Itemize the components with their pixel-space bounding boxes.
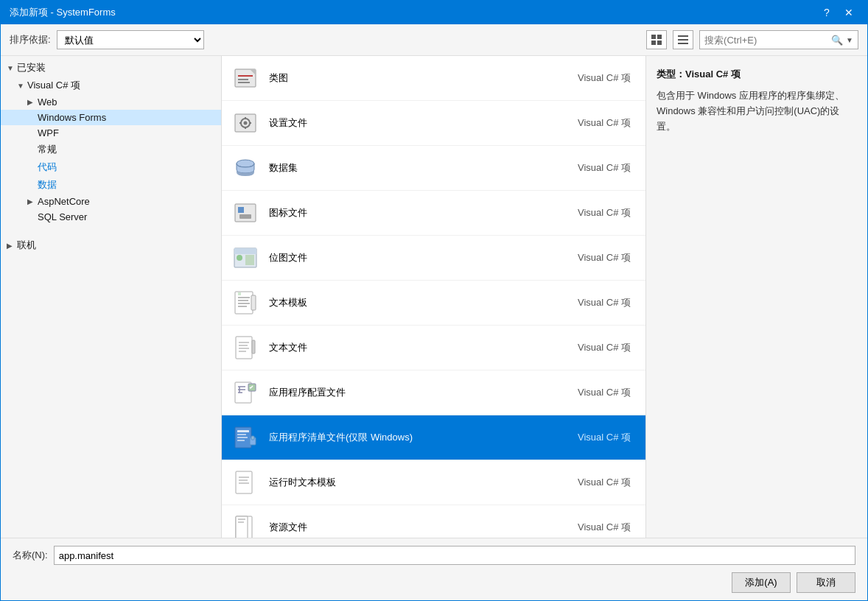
class-diagram-icon <box>231 63 260 93</box>
aspnetcore-arrow: ▶ <box>27 197 38 205</box>
sidebar-item-general[interactable]: 常规 <box>1 141 221 158</box>
sidebar-item-installed[interactable]: ▼ 已安装 <box>1 59 221 77</box>
svg-point-25 <box>237 255 242 261</box>
file-item-text-template[interactable]: 文本模板 Visual C# 项 <box>222 281 645 326</box>
svg-rect-55 <box>238 519 245 520</box>
svg-rect-11 <box>238 82 250 83</box>
svg-rect-6 <box>678 43 688 44</box>
sidebar-item-windows-forms[interactable]: Windows Forms <box>1 110 221 125</box>
file-category-text-file: Visual C# 项 <box>570 341 637 354</box>
list-icon <box>677 34 689 46</box>
svg-rect-39 <box>252 340 255 354</box>
toolbar: 排序依据: 默认值 <box>1 24 867 56</box>
file-category-settings: Visual C# 项 <box>570 116 637 130</box>
file-name-text-file: 文本文件 <box>269 341 561 354</box>
sort-label: 排序依据: <box>10 33 51 46</box>
view-list-button[interactable] <box>673 30 693 49</box>
sort-select[interactable]: 默认值 <box>57 30 204 49</box>
code-label: 代码 <box>38 161 215 174</box>
svg-rect-5 <box>678 39 688 41</box>
app-manifest-icon <box>231 423 260 452</box>
sidebar-item-aspnetcore[interactable]: ▶ AspNetCore <box>1 194 221 209</box>
sidebar-item-code[interactable]: 代码 <box>1 158 221 176</box>
visual-csharp-label: Visual C# 项 <box>27 79 215 92</box>
file-item-icon[interactable]: 图标文件 Visual C# 项 <box>222 191 645 236</box>
svg-rect-50 <box>239 477 249 478</box>
svg-rect-30 <box>238 300 248 301</box>
file-list: 类图 Visual C# 项 <box>222 56 646 538</box>
info-type: 类型：Visual C# 项 <box>657 68 857 81</box>
view-grid-button[interactable] <box>646 30 667 49</box>
svg-rect-22 <box>239 214 251 219</box>
svg-rect-28 <box>238 292 241 295</box>
sidebar-item-web[interactable]: ▶ Web <box>1 94 221 110</box>
cancel-button[interactable]: 取消 <box>797 572 855 593</box>
svg-rect-21 <box>238 207 244 213</box>
search-icon: 🔍 <box>831 35 843 46</box>
dialog-container: 添加新项 - SystemForms ? ✕ 排序依据: 默认值 <box>0 0 868 601</box>
help-button[interactable]: ? <box>817 5 836 20</box>
file-item-settings[interactable]: 设置文件 Visual C# 项 <box>222 101 645 146</box>
svg-point-14 <box>244 122 248 125</box>
button-row: 添加(A) 取消 <box>13 572 855 593</box>
svg-rect-2 <box>651 41 656 45</box>
file-category-class: Visual C# 项 <box>570 71 637 85</box>
data-arrow <box>27 181 38 189</box>
svg-rect-31 <box>238 303 250 304</box>
title-bar: 添加新项 - SystemForms ? ✕ <box>1 1 867 24</box>
file-category-bitmap: Visual C# 项 <box>570 251 637 264</box>
file-category-text-template: Visual C# 项 <box>570 296 637 309</box>
search-input[interactable] <box>704 35 828 46</box>
dialog-title: 添加新项 - SystemForms <box>10 6 116 19</box>
file-name-bitmap: 位图文件 <box>269 251 561 264</box>
svg-rect-29 <box>238 297 250 298</box>
file-name-class: 类图 <box>269 71 561 85</box>
file-name-settings: 设置文件 <box>269 116 561 130</box>
sidebar-item-online[interactable]: ▶ 联机 <box>1 236 221 254</box>
aspnetcore-label: AspNetCore <box>38 196 215 207</box>
svg-rect-48 <box>251 436 254 440</box>
file-item-bitmap[interactable]: 位图文件 Visual C# 项 <box>222 236 645 281</box>
file-name-app-config: 应用程序配置文件 <box>269 386 561 399</box>
svg-rect-45 <box>237 437 248 438</box>
dialog-body: 排序依据: 默认值 <box>1 24 867 600</box>
file-name-icon: 图标文件 <box>269 206 561 219</box>
file-item-dataset[interactable]: 数据集 Visual C# 项 <box>222 146 645 191</box>
dataset-icon <box>231 153 260 183</box>
file-item-resource[interactable]: 资源文件 Visual C# 项 <box>222 505 645 538</box>
file-item-app-manifest[interactable]: 应用程序清单文件(仅限 Windows) Visual C# 项 <box>222 415 645 460</box>
file-category-icon: Visual C# 项 <box>570 206 637 219</box>
file-item-runtime-text[interactable]: 运行时文本模板 Visual C# 项 <box>222 460 645 505</box>
svg-rect-24 <box>234 248 256 254</box>
svg-rect-1 <box>657 35 662 39</box>
search-box[interactable]: 🔍 ▼ <box>699 30 858 49</box>
close-button[interactable]: ✕ <box>839 5 858 20</box>
icon-file-icon <box>231 198 260 228</box>
title-controls: ? ✕ <box>817 5 858 20</box>
windows-forms-label: Windows Forms <box>38 112 215 123</box>
file-item-app-config[interactable]: 应用程序配置文件 Visual C# 项 <box>222 370 645 415</box>
file-name-app-manifest: 应用程序清单文件(仅限 Windows) <box>269 431 561 444</box>
sidebar-item-data[interactable]: 数据 <box>1 176 221 194</box>
svg-rect-37 <box>239 348 249 349</box>
file-item-text-file[interactable]: 文本文件 Visual C# 项 <box>222 326 645 370</box>
file-item-class[interactable]: 类图 Visual C# 项 <box>222 56 645 101</box>
sidebar-item-visual-csharp[interactable]: ▼ Visual C# 项 <box>1 77 221 94</box>
svg-rect-18 <box>249 122 251 124</box>
file-category-resource: Visual C# 项 <box>570 521 637 534</box>
text-template-icon <box>231 288 260 317</box>
general-label: 常规 <box>38 143 215 156</box>
name-input[interactable] <box>54 546 855 565</box>
bottom-bar: 名称(N): 添加(A) 取消 <box>1 538 867 600</box>
file-name-dataset: 数据集 <box>269 161 561 175</box>
svg-rect-17 <box>239 122 242 124</box>
visual-csharp-arrow: ▼ <box>17 82 27 90</box>
sidebar-item-wpf[interactable]: WPF <box>1 125 221 141</box>
search-dropdown-icon[interactable]: ▼ <box>846 36 853 44</box>
add-button[interactable]: 添加(A) <box>732 572 791 593</box>
sidebar-item-sql[interactable]: SQL Server <box>1 209 221 225</box>
svg-marker-26 <box>245 255 254 265</box>
general-arrow <box>27 146 38 154</box>
svg-rect-46 <box>237 440 245 441</box>
grid-icon <box>651 34 662 46</box>
